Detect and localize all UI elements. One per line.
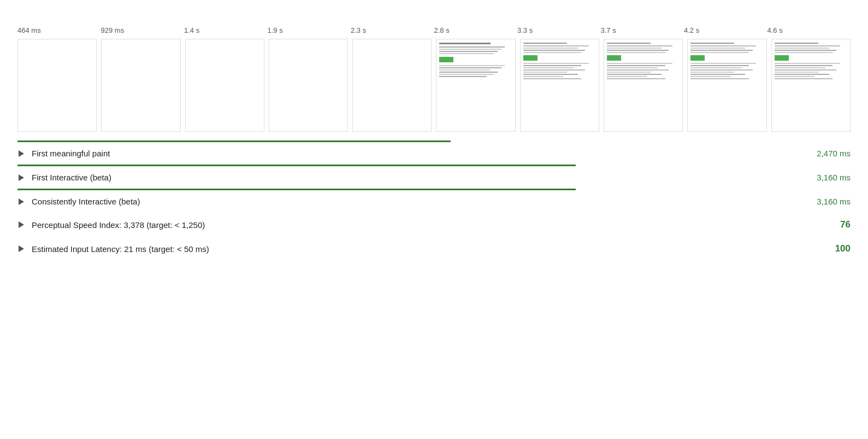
filmstrip-frame-4 bbox=[352, 39, 432, 132]
metric-score-perceptual-speed-index: 76 bbox=[829, 219, 851, 230]
timeline-label-9: 4.6 s bbox=[767, 26, 851, 34]
metric-label-first-meaningful-paint: First meaningful paint bbox=[32, 149, 811, 158]
filmstrip-section: 464 ms929 ms1.4 s1.9 s2.3 s2.8 s3.3 s3.7… bbox=[17, 26, 851, 132]
timeline-label-1: 929 ms bbox=[101, 26, 185, 34]
metric-value-first-meaningful-paint: 2,470 ms bbox=[817, 149, 851, 158]
metric-toggle-first-interactive[interactable] bbox=[17, 174, 25, 182]
metric-toggle-estimated-input-latency[interactable] bbox=[17, 245, 25, 253]
filmstrip-frame-0 bbox=[17, 39, 97, 132]
metric-row-consistently-interactive: Consistently Interactive (beta)3,160 ms bbox=[17, 190, 851, 213]
metric-label-estimated-input-latency: Estimated Input Latency: 21 ms (target: … bbox=[32, 244, 829, 254]
filmstrip-frame-3 bbox=[269, 39, 348, 132]
metric-value-consistently-interactive: 3,160 ms bbox=[817, 197, 851, 206]
timeline-label-8: 4.2 s bbox=[684, 26, 767, 34]
metric-row-perceptual-speed-index: Perceptual Speed Index: 3,378 (target: <… bbox=[17, 213, 851, 237]
metric-toggle-first-meaningful-paint[interactable] bbox=[17, 150, 25, 157]
filmstrip-frame-9 bbox=[771, 39, 851, 132]
filmstrip-frame-7 bbox=[604, 39, 683, 132]
timeline-label-5: 2.8 s bbox=[434, 26, 518, 34]
timeline-labels: 464 ms929 ms1.4 s1.9 s2.3 s2.8 s3.3 s3.7… bbox=[17, 26, 851, 34]
metric-row-first-interactive: First Interactive (beta)3,160 ms bbox=[17, 166, 851, 189]
metric-wrapper-consistently-interactive: Consistently Interactive (beta)3,160 ms bbox=[17, 189, 851, 213]
timeline-label-7: 3.7 s bbox=[601, 26, 684, 34]
filmstrip-frame-8 bbox=[687, 39, 766, 132]
metric-score-estimated-input-latency: 100 bbox=[829, 243, 851, 254]
metric-label-first-interactive: First Interactive (beta) bbox=[32, 173, 811, 182]
timeline-label-3: 1.9 s bbox=[268, 26, 351, 34]
metric-row-first-meaningful-paint: First meaningful paint2,470 ms bbox=[17, 142, 851, 165]
metric-wrapper-estimated-input-latency: Estimated Input Latency: 21 ms (target: … bbox=[17, 237, 851, 261]
metrics-list: First meaningful paint2,470 msFirst Inte… bbox=[17, 141, 851, 261]
filmstrip-frame-2 bbox=[185, 39, 264, 132]
metric-wrapper-first-meaningful-paint: First meaningful paint2,470 ms bbox=[17, 141, 851, 165]
timeline-label-2: 1.4 s bbox=[184, 26, 268, 34]
metric-label-perceptual-speed-index: Perceptual Speed Index: 3,378 (target: <… bbox=[32, 220, 829, 230]
filmstrip-frame-1 bbox=[101, 39, 180, 132]
filmstrip-frame-5 bbox=[436, 39, 515, 132]
metric-toggle-perceptual-speed-index[interactable] bbox=[17, 221, 25, 229]
metric-wrapper-perceptual-speed-index: Perceptual Speed Index: 3,378 (target: <… bbox=[17, 213, 851, 237]
filmstrip-frames bbox=[17, 39, 851, 132]
metric-label-consistently-interactive: Consistently Interactive (beta) bbox=[32, 197, 811, 206]
filmstrip-frame-6 bbox=[520, 39, 599, 132]
metric-toggle-consistently-interactive[interactable] bbox=[17, 198, 25, 206]
timeline-label-6: 3.3 s bbox=[517, 26, 601, 34]
metric-value-first-interactive: 3,160 ms bbox=[817, 173, 851, 182]
timeline-label-0: 464 ms bbox=[17, 26, 101, 34]
metric-wrapper-first-interactive: First Interactive (beta)3,160 ms bbox=[17, 165, 851, 189]
metric-row-estimated-input-latency: Estimated Input Latency: 21 ms (target: … bbox=[17, 237, 851, 261]
timeline-label-4: 2.3 s bbox=[351, 26, 434, 34]
